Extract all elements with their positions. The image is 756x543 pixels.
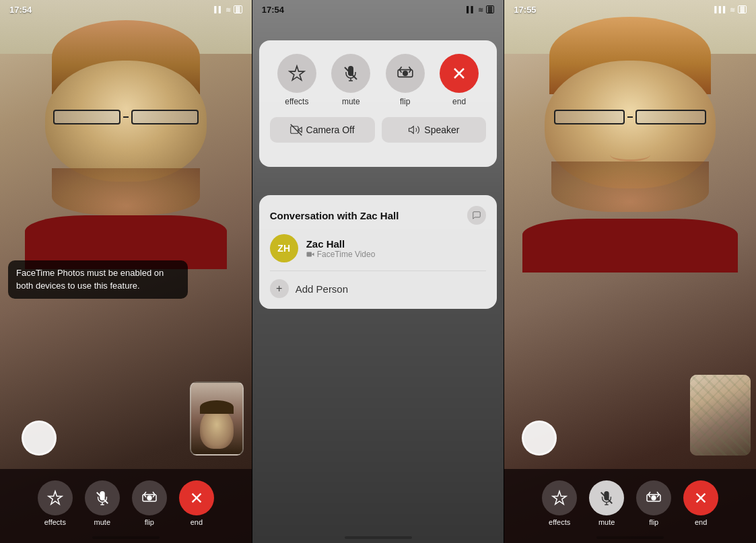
conversation-person: ZH Zac Hall FaceTime Video xyxy=(270,234,487,271)
right-phone-screen: 17:55 ▌▌▌ ≋ ▓ effects xyxy=(504,0,756,543)
end-button-right[interactable]: end xyxy=(683,480,718,526)
left-status-icons: ▌▌ ≋ ▓ xyxy=(214,5,242,13)
add-person-row[interactable]: + Add Person xyxy=(270,279,487,298)
speaker-label: Speaker xyxy=(424,124,459,135)
conversation-title: Conversation with Zac Hall xyxy=(270,210,399,221)
camera-off-label: Camera Off xyxy=(306,124,355,135)
svg-marker-14 xyxy=(409,126,414,134)
mute-circle-right xyxy=(589,480,624,515)
camera-off-button[interactable]: Camera Off xyxy=(270,117,375,143)
svg-point-19 xyxy=(652,496,656,500)
end-label-mid: end xyxy=(452,97,466,106)
effects-circle-left xyxy=(38,480,73,515)
tooltip-facetime: FaceTime Photos must be enabled on both … xyxy=(8,260,188,298)
right-time: 17:55 xyxy=(514,5,536,15)
flip-button-left[interactable]: flip xyxy=(132,480,167,526)
effects-button-left[interactable]: effects xyxy=(38,480,73,526)
middle-phone-screen: 17:54 ▌▌ ≋ ▓ effects xyxy=(252,0,504,543)
tooltip-text: FaceTime Photos must be enabled on both … xyxy=(16,268,164,290)
self-view-left xyxy=(190,382,244,456)
speaker-button[interactable]: Speaker xyxy=(382,117,487,143)
flip-button-mid[interactable]: flip xyxy=(386,54,425,106)
self-view-right xyxy=(690,375,751,456)
plus-icon: + xyxy=(276,283,282,295)
person-sub: FaceTime Video xyxy=(306,250,376,259)
person-name: Zac Hall xyxy=(306,238,376,250)
flip-label-left: flip xyxy=(145,518,154,526)
end-label-left: end xyxy=(191,518,203,526)
add-person-label: Add Person xyxy=(296,283,348,295)
person-avatar: ZH xyxy=(270,234,298,262)
middle-status-bar: 17:54 ▌▌ ≋ ▓ xyxy=(252,0,504,19)
mute-circle-left xyxy=(85,480,120,515)
left-control-buttons: effects mute xyxy=(38,480,214,526)
home-indicator-left xyxy=(92,536,160,539)
person-info: Zac Hall FaceTime Video xyxy=(306,238,376,259)
end-circle-right xyxy=(683,480,718,515)
overlay-control-row: effects mute xyxy=(270,54,487,106)
effects-label-right: effects xyxy=(549,518,570,526)
svg-rect-15 xyxy=(306,252,312,256)
right-status-icons: ▌▌▌ ≋ ▓ xyxy=(714,5,747,13)
right-control-buttons: effects mute xyxy=(542,480,718,526)
effects-button-mid[interactable]: effects xyxy=(277,54,316,106)
flip-button-right[interactable]: flip xyxy=(636,480,671,526)
effects-label-left: effects xyxy=(44,518,66,526)
mute-label-left: mute xyxy=(94,518,110,526)
effects-button-right[interactable]: effects xyxy=(542,480,577,526)
end-circle-mid xyxy=(440,54,479,93)
mute-circle-mid xyxy=(331,54,370,93)
divider-left xyxy=(252,0,252,543)
left-time: 17:54 xyxy=(9,5,32,15)
end-button-mid[interactable]: end xyxy=(440,54,479,106)
conversation-header: Conversation with Zac Hall xyxy=(270,206,487,225)
left-status-bar: 17:54 ▌▌ ≋ ▓ xyxy=(0,0,252,19)
right-bottom-controls: effects mute xyxy=(504,469,756,543)
svg-point-3 xyxy=(147,496,151,500)
flip-label-mid: flip xyxy=(400,97,410,106)
wide-button-row: Camera Off Speaker xyxy=(270,117,487,143)
add-person-icon: + xyxy=(270,279,289,298)
chat-icon[interactable] xyxy=(467,206,486,225)
flip-circle-left xyxy=(132,480,167,515)
home-indicator-mid xyxy=(345,536,412,539)
capture-button-right[interactable] xyxy=(522,421,557,456)
effects-circle-mid xyxy=(277,54,316,93)
person-sub-text: FaceTime Video xyxy=(317,250,376,259)
conversation-panel: Conversation with Zac Hall ZH Zac Hall F… xyxy=(259,195,497,309)
left-bottom-controls: effects mute xyxy=(0,469,252,543)
middle-time: 17:54 xyxy=(262,5,284,15)
mute-button-left[interactable]: mute xyxy=(85,480,120,526)
mute-label-mid: mute xyxy=(342,97,360,106)
middle-status-icons: ▌▌ ≋ ▓ xyxy=(467,5,494,13)
capture-button-left[interactable] xyxy=(22,421,57,456)
mute-button-right[interactable]: mute xyxy=(589,480,624,526)
flip-circle-mid xyxy=(386,54,425,93)
mute-button-mid[interactable]: mute xyxy=(331,54,370,106)
right-status-bar: 17:55 ▌▌▌ ≋ ▓ xyxy=(504,0,756,19)
flip-circle-right xyxy=(636,480,671,515)
overlay-controls-panel: effects mute xyxy=(259,40,497,167)
end-circle-left xyxy=(179,480,214,515)
effects-circle-right xyxy=(542,480,577,515)
left-phone-screen: 17:54 ▌▌ ≋ ▓ FaceTime Photos must be ena… xyxy=(0,0,252,543)
divider-right xyxy=(504,0,504,543)
home-indicator-right xyxy=(596,536,664,539)
effects-label-mid: effects xyxy=(285,97,308,106)
flip-label-right: flip xyxy=(649,518,658,526)
svg-point-9 xyxy=(403,71,407,76)
mute-label-right: mute xyxy=(598,518,615,526)
end-label-right: end xyxy=(695,518,707,526)
end-button-left[interactable]: end xyxy=(179,480,214,526)
